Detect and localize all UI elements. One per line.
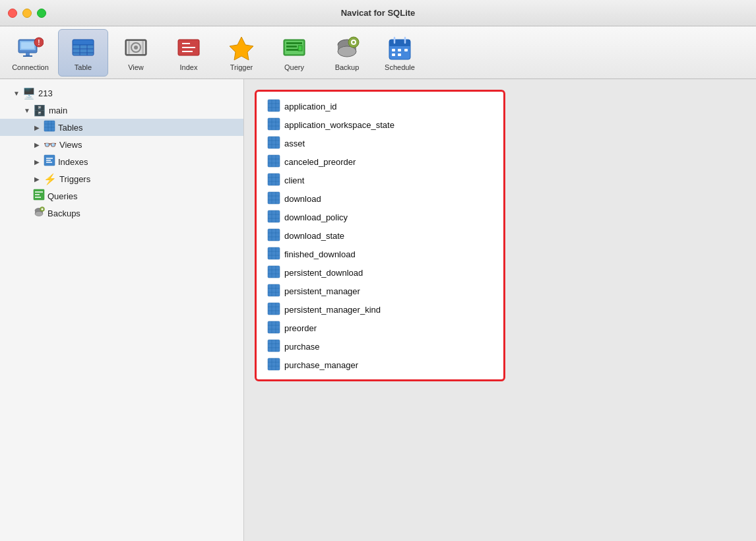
sidebar-item-backups[interactable]: ▶ Backups — [0, 205, 243, 222]
tables-arrow: ▶ — [34, 124, 41, 131]
queries-icon — [33, 189, 45, 203]
table-row[interactable]: canceled_preorder — [257, 152, 503, 171]
connection-label: Connection — [12, 63, 49, 71]
table-row[interactable]: purchase — [257, 337, 503, 356]
table-row-name: finished_download — [284, 249, 356, 259]
table-label: Table — [75, 63, 92, 71]
toolbar-backup-button[interactable]: Backup — [322, 29, 372, 77]
close-button[interactable] — [8, 9, 17, 18]
svg-rect-136 — [268, 358, 280, 370]
window-controls — [8, 9, 46, 18]
connection-label: 213 — [38, 88, 53, 98]
svg-rect-29 — [286, 46, 297, 48]
window-title: Navicat for SQLite — [341, 8, 416, 18]
svg-rect-126 — [268, 321, 280, 333]
view-icon — [123, 34, 149, 61]
table-row[interactable]: persistent_download — [257, 263, 503, 282]
svg-rect-131 — [268, 340, 280, 352]
table-row-name: download — [284, 194, 321, 204]
sidebar-item-views[interactable]: ▶ 👓 Views — [0, 136, 243, 153]
queries-label: Queries — [47, 191, 78, 201]
indexes-icon — [44, 154, 55, 169]
svg-rect-19 — [128, 41, 130, 54]
svg-rect-3 — [26, 53, 30, 55]
svg-rect-46 — [392, 53, 395, 56]
svg-rect-45 — [404, 49, 408, 51]
table-row-icon — [267, 358, 284, 373]
index-icon — [175, 34, 202, 61]
table-row-icon — [267, 173, 284, 188]
schema-arrow: ▼ — [24, 107, 30, 114]
connection-icon: ! — [17, 34, 44, 61]
table-row[interactable]: application_id — [257, 97, 503, 115]
table-row[interactable]: preorder — [257, 319, 503, 337]
maximize-button[interactable] — [37, 9, 46, 18]
toolbar-table-button[interactable]: Table — [58, 29, 108, 77]
table-row[interactable]: persistent_manager — [257, 282, 503, 300]
toolbar-view-button[interactable]: View — [111, 29, 161, 77]
table-row[interactable]: asset — [257, 134, 503, 152]
index-label: Index — [180, 63, 198, 71]
svg-rect-66 — [268, 100, 280, 111]
svg-rect-30 — [286, 49, 299, 51]
table-row[interactable]: client — [257, 171, 503, 189]
svg-rect-20 — [142, 41, 144, 54]
toolbar-trigger-button[interactable]: Trigger — [216, 29, 267, 77]
table-row[interactable]: download_policy — [257, 208, 503, 226]
table-row[interactable]: application_workspace_state — [257, 115, 503, 134]
table-row-name: persistent_manager — [284, 286, 360, 296]
minimize-button[interactable] — [22, 9, 32, 18]
svg-rect-121 — [268, 303, 280, 315]
table-list-panel: application_id application_workspace_sta… — [255, 90, 505, 381]
table-row-name: client — [284, 175, 304, 185]
svg-text:!: ! — [38, 39, 40, 46]
table-row[interactable]: persistent_manager_kind — [257, 300, 503, 319]
svg-rect-71 — [268, 118, 280, 130]
schedule-icon — [387, 34, 413, 61]
trigger-icon — [228, 34, 255, 61]
table-row-icon — [267, 228, 284, 243]
table-list: application_id application_workspace_sta… — [257, 97, 503, 374]
table-row[interactable]: purchase_manager — [257, 356, 503, 374]
table-row-icon — [267, 247, 284, 262]
toolbar-schedule-button[interactable]: Schedule — [375, 29, 425, 77]
svg-rect-106 — [268, 247, 280, 259]
query-icon — [281, 34, 307, 61]
sidebar-item-indexes[interactable]: ▶ Indexes — [0, 153, 243, 170]
table-row[interactable]: finished_download — [257, 245, 503, 263]
toolbar-connection-button[interactable]: ! Connection — [5, 29, 55, 77]
table-row-name: purchase — [284, 342, 319, 352]
tables-icon — [44, 120, 55, 135]
backup-icon — [334, 34, 360, 61]
tables-label: Tables — [58, 123, 83, 133]
table-row-icon — [267, 154, 284, 170]
svg-rect-76 — [268, 137, 280, 148]
query-label: Query — [284, 63, 304, 71]
table-icon — [70, 34, 96, 61]
sidebar-item-tables[interactable]: ▶ Tables — [0, 119, 243, 136]
toolbar-query-button[interactable]: Query — [269, 29, 319, 77]
table-row-icon — [267, 136, 284, 151]
table-row-icon — [267, 321, 284, 336]
schema-label: main — [49, 106, 67, 115]
backup-label: Backup — [335, 63, 360, 71]
table-row-name: asset — [284, 139, 305, 148]
svg-rect-2 — [21, 42, 34, 49]
svg-rect-96 — [268, 210, 280, 222]
svg-marker-25 — [230, 37, 253, 60]
svg-rect-31 — [298, 46, 302, 51]
sidebar-item-triggers[interactable]: ▶ ⚡ Triggers — [0, 170, 243, 187]
svg-rect-44 — [398, 49, 401, 51]
table-row-icon — [267, 210, 284, 225]
sidebar-connection[interactable]: ▼ 🖥️ 213 — [0, 84, 243, 102]
sidebar-item-queries[interactable]: ▶ Queries — [0, 187, 243, 205]
sidebar-schema[interactable]: ▼ 🗄️ main — [0, 102, 243, 119]
backups-icon — [33, 206, 45, 220]
svg-point-18 — [134, 46, 138, 49]
sidebar: ▼ 🖥️ 213 ▼ 🗄️ main ▶ Tables — [0, 79, 244, 541]
toolbar-index-button[interactable]: Index — [164, 29, 214, 77]
table-row[interactable]: download — [257, 189, 503, 208]
table-row[interactable]: download_state — [257, 226, 503, 245]
views-icon: 👓 — [44, 139, 57, 151]
schedule-label: Schedule — [385, 63, 415, 71]
